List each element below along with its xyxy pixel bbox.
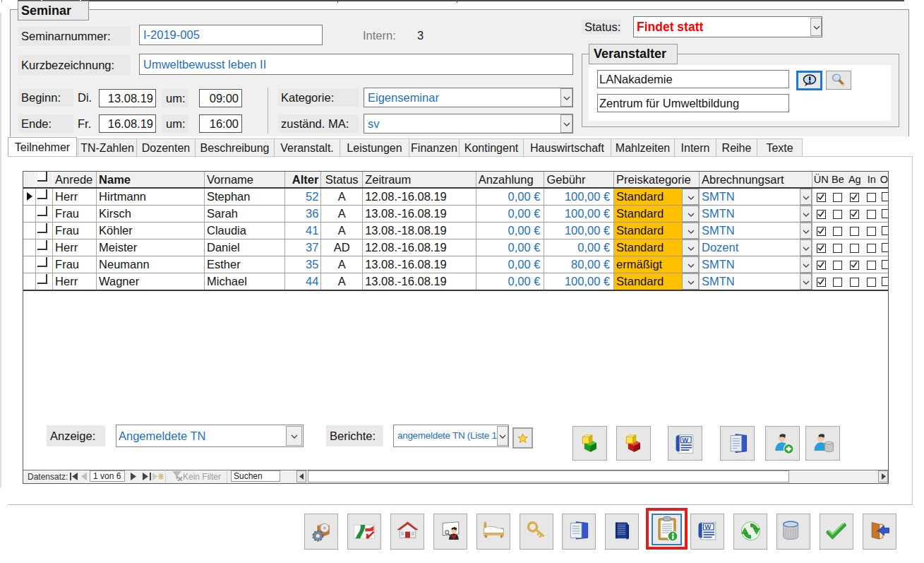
svg-text:W: W (682, 436, 688, 444)
svg-text:W: W (704, 523, 711, 531)
